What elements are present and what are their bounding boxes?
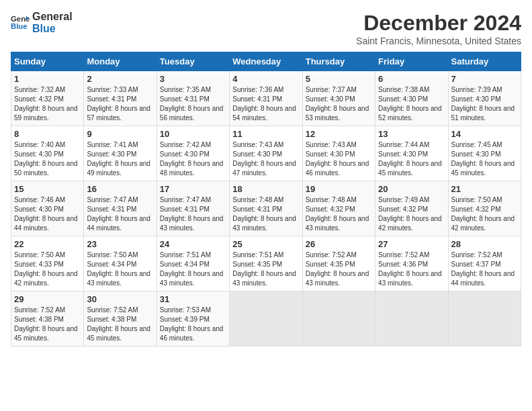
calendar-cell: 6Sunrise: 7:38 AMSunset: 4:30 PMDaylight… (375, 71, 448, 126)
day-info: Sunrise: 7:52 AMSunset: 4:38 PMDaylight:… (87, 306, 153, 343)
calendar-cell: 16Sunrise: 7:47 AMSunset: 4:31 PMDayligh… (84, 181, 157, 236)
day-info: Sunrise: 7:46 AMSunset: 4:30 PMDaylight:… (14, 195, 81, 233)
day-info: Sunrise: 7:32 AMSunset: 4:32 PMDaylight:… (14, 85, 81, 123)
calendar-cell: 29Sunrise: 7:52 AMSunset: 4:38 PMDayligh… (11, 291, 84, 347)
day-number: 31 (160, 294, 226, 304)
day-info: Sunrise: 7:45 AMSunset: 4:30 PMDaylight:… (451, 140, 518, 178)
logo-icon: General Blue (11, 13, 30, 32)
logo: General Blue General Blue (11, 11, 73, 34)
day-info: Sunrise: 7:42 AMSunset: 4:30 PMDaylight:… (160, 140, 226, 178)
day-info: Sunrise: 7:40 AMSunset: 4:30 PMDaylight:… (14, 140, 81, 178)
day-info: Sunrise: 7:43 AMSunset: 4:30 PMDaylight:… (306, 140, 372, 178)
calendar-week-row: 29Sunrise: 7:52 AMSunset: 4:38 PMDayligh… (11, 291, 521, 347)
day-number: 7 (451, 74, 518, 84)
svg-text:Blue: Blue (11, 21, 28, 30)
calendar-cell: 12Sunrise: 7:43 AMSunset: 4:30 PMDayligh… (302, 126, 375, 181)
day-number: 8 (14, 129, 81, 139)
day-info: Sunrise: 7:39 AMSunset: 4:30 PMDaylight:… (451, 85, 518, 123)
calendar-cell: 4Sunrise: 7:36 AMSunset: 4:31 PMDaylight… (230, 71, 302, 126)
calendar-cell: 19Sunrise: 7:48 AMSunset: 4:32 PMDayligh… (302, 181, 375, 236)
day-info: Sunrise: 7:47 AMSunset: 4:31 PMDaylight:… (160, 195, 226, 233)
day-info: Sunrise: 7:33 AMSunset: 4:31 PMDaylight:… (87, 85, 153, 123)
page-header: General Blue General Blue December 2024 … (11, 11, 521, 46)
calendar-cell (375, 291, 448, 347)
day-number: 3 (160, 74, 226, 84)
location: Saint Francis, Minnesota, United States (356, 36, 521, 46)
header-tuesday: Tuesday (157, 52, 229, 71)
day-number: 14 (451, 129, 518, 139)
day-number: 6 (378, 74, 445, 84)
calendar-cell: 26Sunrise: 7:52 AMSunset: 4:35 PMDayligh… (302, 236, 375, 291)
day-info: Sunrise: 7:52 AMSunset: 4:38 PMDaylight:… (14, 306, 81, 343)
day-number: 16 (87, 184, 153, 194)
calendar-week-row: 1Sunrise: 7:32 AMSunset: 4:32 PMDaylight… (11, 71, 521, 126)
day-number: 13 (378, 129, 445, 139)
day-number: 5 (306, 74, 372, 84)
calendar-header-row: SundayMondayTuesdayWednesdayThursdayFrid… (11, 52, 521, 71)
day-info: Sunrise: 7:49 AMSunset: 4:32 PMDaylight:… (378, 195, 445, 233)
calendar-cell: 31Sunrise: 7:53 AMSunset: 4:39 PMDayligh… (157, 291, 229, 347)
calendar-cell: 25Sunrise: 7:51 AMSunset: 4:35 PMDayligh… (230, 236, 302, 291)
calendar-cell: 21Sunrise: 7:50 AMSunset: 4:32 PMDayligh… (448, 181, 521, 236)
day-info: Sunrise: 7:44 AMSunset: 4:30 PMDaylight:… (378, 140, 445, 178)
day-info: Sunrise: 7:50 AMSunset: 4:33 PMDaylight:… (14, 250, 81, 288)
day-number: 26 (306, 239, 372, 249)
calendar-cell (302, 291, 375, 347)
day-info: Sunrise: 7:35 AMSunset: 4:31 PMDaylight:… (160, 85, 226, 123)
calendar-cell: 14Sunrise: 7:45 AMSunset: 4:30 PMDayligh… (448, 126, 521, 181)
calendar-cell (230, 291, 302, 347)
day-info: Sunrise: 7:52 AMSunset: 4:36 PMDaylight:… (378, 250, 445, 288)
day-info: Sunrise: 7:50 AMSunset: 4:34 PMDaylight:… (87, 250, 153, 288)
day-number: 18 (232, 184, 299, 194)
day-number: 30 (87, 294, 153, 304)
day-info: Sunrise: 7:38 AMSunset: 4:30 PMDaylight:… (378, 85, 445, 123)
day-number: 27 (378, 239, 445, 249)
calendar-cell: 2Sunrise: 7:33 AMSunset: 4:31 PMDaylight… (84, 71, 157, 126)
calendar-week-row: 8Sunrise: 7:40 AMSunset: 4:30 PMDaylight… (11, 126, 521, 181)
header-sunday: Sunday (11, 52, 84, 71)
calendar-cell: 9Sunrise: 7:41 AMSunset: 4:30 PMDaylight… (84, 126, 157, 181)
day-info: Sunrise: 7:48 AMSunset: 4:31 PMDaylight:… (232, 195, 299, 233)
calendar-cell: 8Sunrise: 7:40 AMSunset: 4:30 PMDaylight… (11, 126, 84, 181)
day-info: Sunrise: 7:50 AMSunset: 4:32 PMDaylight:… (451, 195, 518, 233)
day-info: Sunrise: 7:36 AMSunset: 4:31 PMDaylight:… (232, 85, 299, 123)
day-number: 20 (378, 184, 445, 194)
calendar-cell: 15Sunrise: 7:46 AMSunset: 4:30 PMDayligh… (11, 181, 84, 236)
day-number: 24 (160, 239, 226, 249)
day-number: 17 (160, 184, 226, 194)
logo-text-line1: General (32, 11, 73, 23)
day-info: Sunrise: 7:47 AMSunset: 4:31 PMDaylight:… (87, 195, 153, 233)
day-number: 21 (451, 184, 518, 194)
day-number: 12 (306, 129, 372, 139)
day-info: Sunrise: 7:48 AMSunset: 4:32 PMDaylight:… (306, 195, 372, 233)
calendar-cell: 1Sunrise: 7:32 AMSunset: 4:32 PMDaylight… (11, 71, 84, 126)
calendar-week-row: 22Sunrise: 7:50 AMSunset: 4:33 PMDayligh… (11, 236, 521, 291)
day-number: 10 (160, 129, 226, 139)
day-number: 23 (87, 239, 153, 249)
title-block: December 2024 Saint Francis, Minnesota, … (356, 11, 521, 46)
day-info: Sunrise: 7:53 AMSunset: 4:39 PMDaylight:… (160, 306, 226, 343)
day-number: 1 (14, 74, 81, 84)
calendar-cell: 27Sunrise: 7:52 AMSunset: 4:36 PMDayligh… (375, 236, 448, 291)
day-number: 15 (14, 184, 81, 194)
calendar-cell: 11Sunrise: 7:43 AMSunset: 4:30 PMDayligh… (230, 126, 302, 181)
calendar-cell: 24Sunrise: 7:51 AMSunset: 4:34 PMDayligh… (157, 236, 229, 291)
day-number: 11 (232, 129, 299, 139)
month-title: December 2024 (356, 11, 521, 36)
day-number: 28 (451, 239, 518, 249)
header-monday: Monday (84, 52, 157, 71)
calendar-cell (448, 291, 521, 347)
calendar-cell: 30Sunrise: 7:52 AMSunset: 4:38 PMDayligh… (84, 291, 157, 347)
day-info: Sunrise: 7:37 AMSunset: 4:30 PMDaylight:… (306, 85, 372, 123)
calendar-cell: 10Sunrise: 7:42 AMSunset: 4:30 PMDayligh… (157, 126, 229, 181)
calendar-cell: 13Sunrise: 7:44 AMSunset: 4:30 PMDayligh… (375, 126, 448, 181)
day-number: 29 (14, 294, 81, 304)
header-friday: Friday (375, 52, 448, 71)
day-number: 25 (232, 239, 299, 249)
logo-text-line2: Blue (32, 23, 73, 35)
day-number: 9 (87, 129, 153, 139)
day-info: Sunrise: 7:51 AMSunset: 4:35 PMDaylight:… (232, 250, 299, 288)
day-info: Sunrise: 7:41 AMSunset: 4:30 PMDaylight:… (87, 140, 153, 178)
day-info: Sunrise: 7:52 AMSunset: 4:37 PMDaylight:… (451, 250, 518, 288)
calendar-cell: 17Sunrise: 7:47 AMSunset: 4:31 PMDayligh… (157, 181, 229, 236)
